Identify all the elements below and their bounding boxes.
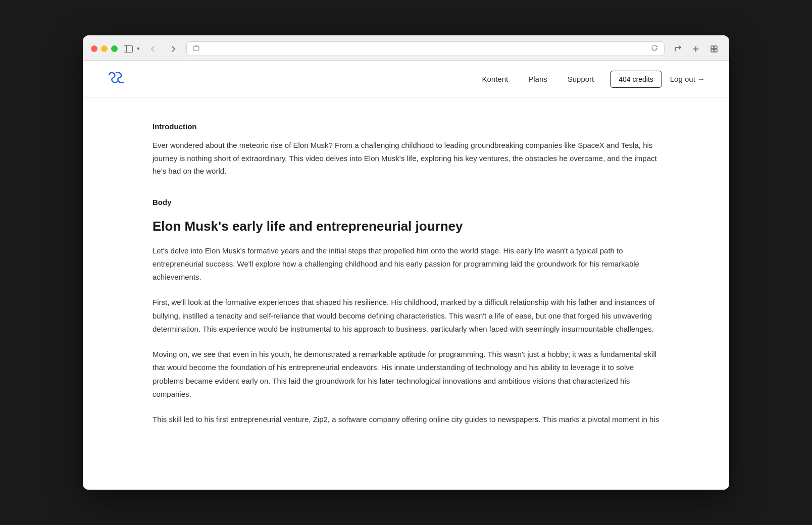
close-button[interactable] [91,45,97,52]
intro-text: Ever wondered about the meteoric rise of… [153,139,659,178]
svg-rect-3 [711,49,714,52]
svg-rect-4 [715,49,718,52]
logo-icon [107,72,127,88]
svg-rect-0 [193,46,199,50]
minimize-button[interactable] [101,45,108,52]
forward-button[interactable] [166,42,180,56]
back-button[interactable] [146,42,160,56]
logo[interactable] [107,70,127,88]
reload-button[interactable] [651,44,658,53]
traffic-lights [91,45,118,52]
credits-button[interactable]: 404 credits [610,71,662,88]
body-label: Body [153,198,659,206]
section-heading: Elon Musk's early life and entrepreneuri… [153,219,659,234]
svg-rect-2 [715,46,718,49]
nav-links: Kontent Plans Support [482,75,594,83]
article-content: Introduction Ever wondered about the met… [128,98,684,479]
tabs-button[interactable] [707,42,721,56]
page-content: Kontent Plans Support 404 credits Log ou… [83,61,729,490]
body-paragraph-4: This skill led to his first entrepreneur… [153,413,659,426]
browser-chrome: ▾ [83,35,729,61]
maximize-button[interactable] [111,45,118,52]
new-tab-button[interactable] [689,42,703,56]
body-paragraph-3: Moving on, we see that even in his youth… [153,348,659,401]
nav-support[interactable]: Support [568,75,594,83]
body-paragraph-1: Let's delve into Elon Musk's formative y… [153,244,659,284]
svg-rect-1 [711,46,714,49]
body-paragraph-2: First, we'll look at the formative exper… [153,296,659,336]
address-icon [193,45,199,53]
nav-plans[interactable]: Plans [528,75,547,83]
sidebar-toggle-icon[interactable] [124,45,133,52]
logout-button[interactable]: Log out → [670,75,705,83]
address-bar-container[interactable] [186,41,665,56]
intro-label: Introduction [153,122,659,131]
share-button[interactable] [671,42,685,56]
browser-actions [671,42,721,56]
nav-kontent[interactable]: Kontent [482,75,509,83]
address-input[interactable] [204,45,647,52]
navigation: Kontent Plans Support 404 credits Log ou… [83,61,729,98]
chevron-down-icon[interactable]: ▾ [137,45,140,52]
